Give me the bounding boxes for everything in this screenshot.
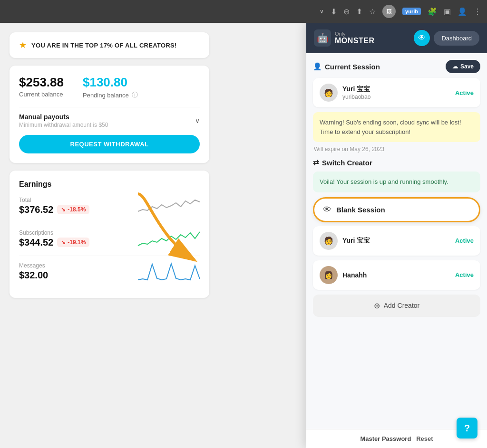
add-creator-row[interactable]: ⊕ Add Creator [313, 295, 480, 317]
logo-text: Only MONSTER [335, 31, 375, 45]
messages-label: Messages [19, 262, 48, 269]
header-right: 👁 Dashboard [414, 30, 479, 46]
creator-info: Yuri 宝宝 yuribaobao [342, 85, 450, 100]
dashboard-button[interactable]: Dashboard [434, 31, 479, 46]
subscriptions-label: Subscriptions [19, 229, 89, 236]
creator-row-hanahh[interactable]: 👩 Hanahh Active [313, 260, 480, 290]
subscriptions-value: $344.52 [19, 237, 53, 248]
creator2-name: Yuri 宝宝 [342, 237, 450, 245]
blank-session-label: Blank Session [336, 206, 385, 214]
withdraw-button[interactable]: REQUEST WITHDRAWAL [19, 135, 200, 153]
help-button[interactable]: ? [457, 418, 477, 438]
reset-link[interactable]: Reset [416, 435, 433, 442]
current-balance-amount: $253.88 [19, 75, 64, 90]
subscriptions-change-badge: ↘ -19.1% [57, 238, 89, 247]
expire-text: Will expire on May 26, 2023 [313, 146, 480, 153]
save-icon: ☁ [452, 63, 458, 70]
subscriptions-chart [138, 229, 200, 248]
creator2-avatar: 🧑 [320, 232, 338, 250]
creator-name: Yuri 宝宝 [342, 85, 450, 94]
extensions-icon[interactable]: 🧩 [428, 7, 437, 16]
alert-text: YOU ARE IN THE TOP 17% OF ALL CREATORS! [31, 42, 177, 49]
star-icon: ★ [19, 40, 27, 50]
top-alert: ★ YOU ARE IN THE TOP 17% OF ALL CREATORS… [10, 32, 209, 58]
total-change-badge: ↘ -18.5% [57, 205, 89, 214]
eye-button[interactable]: 👁 [414, 30, 430, 46]
creator3-name: Hanahh [342, 271, 450, 279]
save-button[interactable]: ☁ Save [446, 60, 480, 73]
blank-session-row[interactable]: 👁 Blank Session [313, 197, 480, 222]
creator3-avatar: 👩 [320, 266, 338, 284]
chevron-down-icon[interactable]: ∨ [320, 8, 324, 15]
share-icon[interactable]: ⬆ [356, 7, 362, 16]
manual-payouts-sub: Minimum withdrawal amount is $50 [19, 122, 108, 128]
creator-avatar: 🧑 [320, 84, 338, 102]
total-label: Total [19, 197, 89, 203]
switch-icon: ⇄ [313, 158, 319, 167]
yuri-badge: yurib [402, 8, 421, 15]
earnings-total-row: Total $376.52 ↘ -18.5% [19, 196, 200, 215]
messages-chart [138, 262, 200, 281]
session-icon: 👁 [323, 205, 331, 215]
warning-box: Warning! Sub's ending soon, cloud sync w… [313, 112, 480, 142]
browser-chrome: ∨ ⬇ ⊖ ⬆ ☆ 🖼 yurib 🧩 ▣ 👤 ⋮ [0, 0, 487, 23]
creator-handle: yuribaobao [342, 94, 450, 100]
balance-row: $253.88 Current balance $130.80 Pending … [19, 75, 200, 99]
total-chart [138, 196, 200, 215]
avatar: 🖼 [382, 5, 396, 18]
pending-balance: $130.80 Pending balance ⓘ [83, 75, 138, 99]
current-session-header: 👤 Current Session ☁ Save [313, 60, 480, 73]
zoom-out-icon[interactable]: ⊖ [343, 7, 350, 16]
popup-header: 🤖 Only MONSTER 👁 Dashboard [306, 23, 487, 53]
info-icon[interactable]: ⓘ [132, 91, 138, 99]
logo-icon: 🤖 [314, 29, 331, 47]
logo-monster: MONSTER [335, 37, 375, 45]
switch-creator-title: ⇄ Switch Creator [313, 158, 480, 167]
logo-only: Only [335, 31, 375, 37]
creator3-active-badge: Active [455, 271, 474, 278]
main-content: ★ YOU ARE IN THE TOP 17% OF ALL CREATORS… [0, 23, 487, 448]
left-panel: ★ YOU ARE IN THE TOP 17% OF ALL CREATORS… [0, 23, 219, 307]
success-box: Voila! Your session is up and running sm… [313, 172, 480, 192]
download-icon[interactable]: ⬇ [331, 7, 337, 16]
pending-balance-label: Pending balance ⓘ [83, 91, 138, 99]
balance-card: $253.88 Current balance $130.80 Pending … [10, 66, 209, 163]
manual-payouts-label: Manual payouts [19, 113, 108, 121]
earnings-title: Earnings [19, 180, 200, 189]
earnings-card: Earnings Total $376.52 ↘ -18.5% [10, 171, 209, 298]
creator2-info: Yuri 宝宝 [342, 237, 450, 245]
active-badge: Active [455, 89, 474, 96]
current-creator-row: 🧑 Yuri 宝宝 yuribaobao Active [313, 78, 480, 107]
popup-body: 👤 Current Session ☁ Save 🧑 Yuri 宝宝 yurib… [306, 53, 487, 429]
profile-icon[interactable]: 👤 [458, 7, 467, 16]
creator2-active-badge: Active [455, 237, 474, 244]
current-session-title: 👤 Current Session [313, 62, 380, 71]
add-icon: ⊕ [374, 301, 380, 310]
add-creator-label: Add Creator [384, 302, 419, 309]
earnings-subscriptions-row: Subscriptions $344.52 ↘ -19.1% [19, 229, 200, 248]
messages-value: $32.00 [19, 270, 48, 281]
current-balance: $253.88 Current balance [19, 75, 64, 99]
logo: 🤖 Only MONSTER [314, 29, 375, 47]
popup-panel: 🤖 Only MONSTER 👁 Dashboard 👤 Current Ses… [306, 23, 487, 448]
creator-row-yuri[interactable]: 🧑 Yuri 宝宝 Active [313, 226, 480, 256]
master-password-label: Master Password [360, 435, 411, 442]
total-value: $376.52 [19, 204, 53, 215]
split-view-icon[interactable]: ▣ [444, 7, 451, 16]
creator3-info: Hanahh [342, 271, 450, 279]
menu-icon[interactable]: ⋮ [474, 7, 481, 16]
current-balance-label: Current balance [19, 91, 64, 98]
star-icon[interactable]: ☆ [369, 7, 376, 16]
manual-payouts: Manual payouts Minimum withdrawal amount… [19, 107, 200, 128]
pending-balance-amount: $130.80 [83, 75, 138, 90]
earnings-messages-row: Messages $32.00 [19, 262, 200, 281]
chevron-down-icon[interactable]: ∨ [195, 117, 200, 124]
